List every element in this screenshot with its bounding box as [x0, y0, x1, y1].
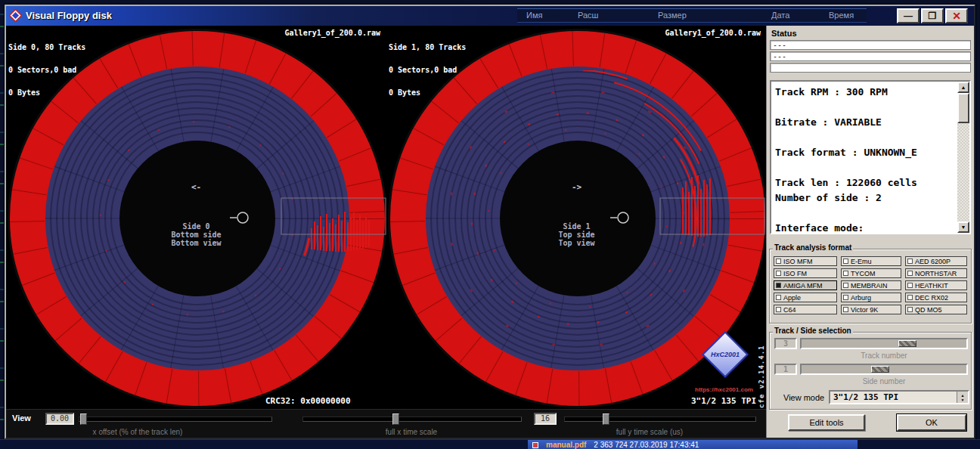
center-line: Top side [386, 231, 766, 239]
y-scale-label: full y time scale (us) [553, 428, 746, 436]
format-label: E-Emu [851, 258, 872, 265]
maximize-icon: ❐ [929, 11, 937, 20]
disk-format-label: 3"1/2 135 TPI [691, 396, 756, 406]
format-checkbox-heathkit[interactable]: HEATHKIT [905, 280, 967, 290]
y-scale-handle[interactable] [603, 413, 609, 425]
scroll-down-icon[interactable]: ▼ [957, 221, 969, 233]
view-mode-label: View mode [783, 393, 824, 402]
side-number-field[interactable]: 1 [774, 364, 797, 375]
info-line [775, 162, 956, 177]
format-checkbox-c64[interactable]: C64 [774, 305, 837, 314]
format-label: NORTHSTAR [915, 270, 957, 277]
format-checkbox-arburg[interactable]: Arburg [841, 293, 901, 302]
checkbox-icon [776, 283, 781, 288]
spinner-icon[interactable]: ▲ ▼ [957, 392, 968, 403]
track-info-text: Track RPM : 300 RPM Bitrate : VARIABLE T… [775, 86, 956, 234]
info-line [775, 132, 956, 147]
visual-floppy-window: Visual Floppy disk Имя Расш Размер Дата … [5, 5, 975, 439]
track-slider-handle[interactable] [898, 340, 916, 347]
x-scale-handle[interactable] [392, 413, 399, 425]
info-scrollbar[interactable]: ▲ ▼ [957, 82, 969, 233]
maximize-button[interactable]: ❐ [921, 8, 944, 23]
close-icon: ✕ [952, 11, 961, 21]
side-slider-handle[interactable] [871, 366, 889, 373]
format-label: Arburg [851, 294, 871, 302]
bg-column-ext: Расш [578, 11, 598, 20]
y-scale-slider[interactable] [564, 416, 756, 422]
scroll-thumb[interactable] [957, 93, 969, 123]
disk-side1-filename: Gallery1_of_200.0.raw [665, 29, 761, 37]
format-checkbox-aed-6200p[interactable]: AED 6200P [905, 256, 967, 266]
checkbox-icon [907, 283, 913, 288]
format-checkbox-e-emu[interactable]: E-Emu [841, 256, 901, 266]
bg-column-date: Дата [771, 11, 789, 20]
checkbox-icon [843, 283, 848, 288]
format-label: Apple [783, 294, 801, 302]
view-bar-label: View [12, 413, 31, 423]
format-label: C64 [783, 306, 796, 314]
info-line: Track format : UNKNOWN_E [775, 147, 956, 162]
disk-side0-filename: Gallery1_of_200.0.raw [285, 29, 380, 37]
status-field-3 [770, 63, 971, 73]
checkbox-icon [843, 295, 848, 300]
format-checkbox-tycom[interactable]: TYCOM [841, 268, 901, 278]
format-checkbox-apple[interactable]: Apple [774, 293, 837, 302]
disk-side1-center-label: Side 1 Top side Top view [386, 222, 766, 247]
format-checkbox-dec-rx02[interactable]: DEC RX02 [905, 293, 967, 302]
track-number-slider[interactable] [800, 338, 968, 349]
track-number-field[interactable]: 3 [774, 338, 797, 349]
format-checkbox-iso-fm[interactable]: ISO FM [774, 268, 837, 278]
ok-button[interactable]: OK [897, 414, 966, 431]
bg-column-time: Время [829, 11, 854, 20]
checkbox-icon [776, 259, 781, 264]
format-checkbox-iso-mfm[interactable]: ISO MFM [774, 256, 837, 266]
track-analysis-group-label: Track analysis format [773, 243, 853, 252]
x-offset-field[interactable]: 0.00 [45, 413, 74, 425]
info-line: Track len : 122060 cells [775, 177, 956, 192]
side-number-label: Side number [800, 377, 968, 386]
format-label: HEATHKIT [915, 282, 948, 290]
format-checkbox-victor-9k[interactable]: Victor 9K [841, 305, 901, 314]
x-offset-slider[interactable] [79, 416, 272, 422]
scroll-up-icon[interactable]: ▲ [957, 82, 969, 93]
track-side-group: 3 Track number 1 Side number View mode 3… [769, 332, 972, 410]
x-offset-label: x offset (% of the track len) [41, 428, 234, 436]
center-line: Bottom view [6, 239, 386, 247]
center-line: Bottom side [6, 231, 386, 239]
control-panel: Status --- --- Track RPM : 300 RPM Bitra… [766, 26, 974, 438]
close-button[interactable]: ✕ [945, 8, 968, 23]
x-offset-handle[interactable] [80, 413, 87, 425]
checkbox-icon [907, 307, 913, 312]
disk-stat-line: 0 Bytes [389, 89, 466, 97]
x-scale-slider[interactable] [302, 416, 522, 422]
format-checkbox-amiga-mfm[interactable]: AMIGA MFM [774, 280, 837, 290]
edit-tools-button[interactable]: Edit tools [788, 414, 865, 431]
checkbox-icon [776, 295, 781, 300]
checkbox-icon [843, 271, 848, 276]
bg-column-name: Имя [526, 11, 542, 20]
bg-column-size: Размер [658, 11, 687, 20]
center-line: Side 1 [386, 222, 766, 231]
view-mode-select[interactable]: 3"1/2 135 TPI ▲ ▼ [829, 390, 969, 404]
disk-side0-stats: Side 0, 80 Tracks 0 Sectors,0 bad 0 Byte… [8, 29, 85, 112]
side-number-slider[interactable] [800, 364, 968, 375]
disk-side1-stats: Side 1, 80 Tracks 0 Sectors,0 bad 0 Byte… [389, 29, 466, 112]
y-scale-field[interactable]: 16 [534, 413, 557, 425]
crc32-value: CRC32: 0x00000000 [265, 396, 351, 406]
format-checkbox-membrain[interactable]: MEMBRAIN [841, 280, 901, 290]
title-bar[interactable]: Visual Floppy disk Имя Расш Размер Дата … [6, 6, 974, 26]
format-label: AMIGA MFM [783, 282, 823, 290]
minimize-button[interactable]: — [897, 8, 920, 23]
disk-stat-line: Side 1, 80 Tracks [389, 44, 466, 51]
disk-visualization-area: Side 0, 80 Tracks 0 Sectors,0 bad 0 Byte… [6, 26, 766, 409]
format-checkbox-northstar[interactable]: NORTHSTAR [905, 268, 967, 278]
track-number-label: Track number [800, 351, 968, 360]
status-field-1: --- [770, 40, 971, 50]
format-checkbox-qd-mo5[interactable]: QD MO5 [905, 305, 967, 314]
format-label: MEMBRAIN [851, 282, 888, 290]
track-info-panel[interactable]: Track RPM : 300 RPM Bitrate : VARIABLE T… [770, 80, 971, 234]
checkbox-icon [843, 259, 848, 264]
status-group-label: Status [770, 29, 799, 38]
background-file-details: 2 363 724 27.03.2019 17:43:41 [594, 441, 699, 449]
format-label: TYCOM [851, 270, 876, 277]
